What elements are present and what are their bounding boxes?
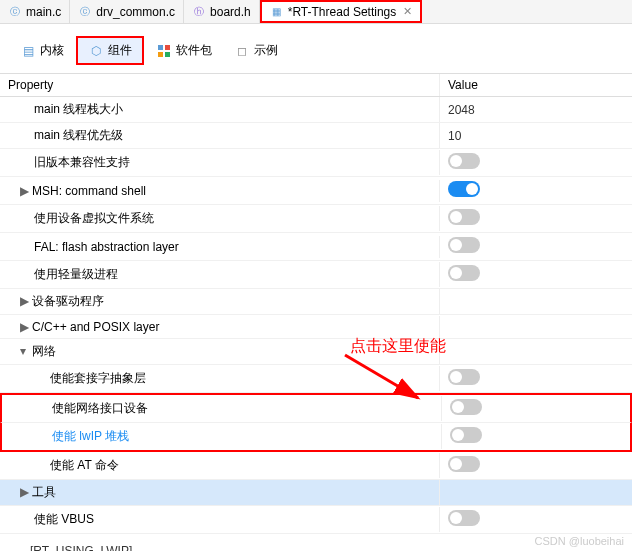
table-row[interactable]: main 线程栈大小2048 (0, 97, 632, 123)
table-row[interactable]: ▶工具 (0, 480, 632, 506)
toggle-switch[interactable] (450, 427, 482, 443)
value-cell (440, 365, 632, 392)
property-cell: 使用轻量级进程 (0, 262, 440, 287)
value-cell (440, 323, 632, 331)
row-label: 网络 (32, 344, 56, 358)
value-cell (442, 395, 630, 422)
table-row[interactable]: main 线程优先级10 (0, 123, 632, 149)
row-label: 设备驱动程序 (32, 294, 104, 308)
row-label: 工具 (32, 485, 56, 499)
table-row[interactable]: 使能 AT 命令 (0, 452, 632, 480)
row-label: 使能套接字抽象层 (50, 371, 146, 385)
property-cell: ▶MSH: command shell (0, 180, 440, 202)
value-cell (440, 298, 632, 306)
expander-icon[interactable]: ▾ (20, 344, 32, 358)
row-label: 使能 AT 命令 (50, 458, 119, 472)
row-label: 使用轻量级进程 (34, 267, 118, 281)
table-row[interactable]: FAL: flash abstraction layer (0, 233, 632, 261)
value-cell (440, 506, 632, 533)
examples-icon: ◻ (234, 43, 250, 59)
row-label: FAL: flash abstraction layer (34, 240, 179, 254)
property-cell: ▶工具 (0, 480, 440, 505)
value-cell (442, 423, 630, 450)
value-text[interactable]: 10 (448, 129, 461, 143)
sub-tab-label: 示例 (254, 42, 278, 59)
toggle-switch[interactable] (448, 265, 480, 281)
property-cell: 使用设备虚拟文件系统 (0, 206, 440, 231)
value-cell: 2048 (440, 99, 632, 121)
property-cell: main 线程栈大小 (0, 97, 440, 122)
close-icon[interactable]: ✕ (403, 5, 412, 18)
value-cell (440, 205, 632, 232)
table-row[interactable]: 使用轻量级进程 (0, 261, 632, 289)
toggle-switch[interactable] (448, 456, 480, 472)
property-cell: 使能 lwIP 堆栈 (2, 424, 442, 449)
expander-icon[interactable]: ▶ (20, 184, 32, 198)
toggle-switch[interactable] (450, 399, 482, 415)
toggle-switch[interactable] (448, 153, 480, 169)
svg-line-5 (345, 355, 418, 398)
toggle-switch[interactable] (448, 181, 480, 197)
table-row[interactable]: 使能套接字抽象层 (0, 365, 632, 393)
toggle-switch[interactable] (448, 369, 480, 385)
row-label: C/C++ and POSIX layer (32, 320, 159, 334)
tab-board-h[interactable]: ⓗ board.h (184, 0, 260, 23)
property-cell: FAL: flash abstraction layer (0, 236, 440, 258)
tab-rt-thread-settings[interactable]: ▦ *RT-Thread Settings ✕ (260, 0, 423, 23)
toggle-switch[interactable] (448, 209, 480, 225)
watermark: CSDN @luobeihai (535, 535, 624, 547)
settings-sub-tabs: ▤ 内核 ⬡ 组件 软件包 ◻ 示例 (0, 24, 632, 73)
table-row[interactable]: 使能 VBUS (0, 506, 632, 534)
row-label: 旧版本兼容性支持 (34, 155, 130, 169)
sub-tab-components[interactable]: ⬡ 组件 (76, 36, 144, 65)
c-file-icon: ⓒ (8, 5, 22, 19)
expander-icon[interactable]: ▶ (20, 320, 32, 334)
annotation-arrow (340, 350, 430, 410)
svg-rect-3 (165, 52, 170, 57)
sub-tab-packages[interactable]: 软件包 (146, 36, 222, 65)
table-row[interactable]: 使用设备虚拟文件系统 (0, 205, 632, 233)
toggle-switch[interactable] (448, 237, 480, 253)
table-row[interactable]: ▾网络 (0, 339, 632, 365)
expander-icon[interactable]: ▶ (20, 294, 32, 308)
tab-label: board.h (210, 5, 251, 19)
row-label: 使能 VBUS (34, 512, 94, 526)
value-text[interactable]: 2048 (448, 103, 475, 117)
table-row[interactable]: 使能 lwIP 堆栈 (0, 423, 632, 452)
kernel-icon: ▤ (20, 43, 36, 59)
toggle-switch[interactable] (448, 510, 480, 526)
settings-table: Property Value main 线程栈大小2048main 线程优先级1… (0, 73, 632, 534)
row-label: 使能网络接口设备 (52, 401, 148, 415)
c-file-icon: ⓒ (78, 5, 92, 19)
sub-tab-label: 软件包 (176, 42, 212, 59)
row-label: 使能 lwIP 堆栈 (52, 429, 129, 443)
expander-icon[interactable]: ▶ (20, 485, 32, 499)
property-cell: 使能 AT 命令 (0, 453, 440, 478)
value-cell (440, 489, 632, 497)
table-row[interactable]: ▶设备驱动程序 (0, 289, 632, 315)
table-row[interactable]: ▶C/C++ and POSIX layer (0, 315, 632, 339)
value-cell (440, 149, 632, 176)
tab-label: drv_common.c (96, 5, 175, 19)
value-cell (440, 261, 632, 288)
value-cell (440, 177, 632, 204)
table-row[interactable]: 旧版本兼容性支持 (0, 149, 632, 177)
value-cell (440, 452, 632, 479)
svg-rect-1 (165, 45, 170, 50)
property-cell: 使能 VBUS (0, 507, 440, 532)
sub-tab-label: 内核 (40, 42, 64, 59)
sub-tab-kernel[interactable]: ▤ 内核 (10, 36, 74, 65)
table-row[interactable]: ▶MSH: command shell (0, 177, 632, 205)
tab-main-c[interactable]: ⓒ main.c (0, 0, 70, 23)
editor-tabs-bar: ⓒ main.c ⓒ drv_common.c ⓗ board.h ▦ *RT-… (0, 0, 632, 24)
column-property: Property (0, 74, 440, 96)
packages-icon (156, 43, 172, 59)
property-cell: main 线程优先级 (0, 123, 440, 148)
sub-tab-label: 组件 (108, 42, 132, 59)
column-value: Value (440, 74, 632, 96)
value-cell (440, 233, 632, 260)
row-label: 使用设备虚拟文件系统 (34, 211, 154, 225)
tab-drv-common-c[interactable]: ⓒ drv_common.c (70, 0, 184, 23)
table-row[interactable]: 使能网络接口设备 (0, 393, 632, 423)
sub-tab-examples[interactable]: ◻ 示例 (224, 36, 288, 65)
